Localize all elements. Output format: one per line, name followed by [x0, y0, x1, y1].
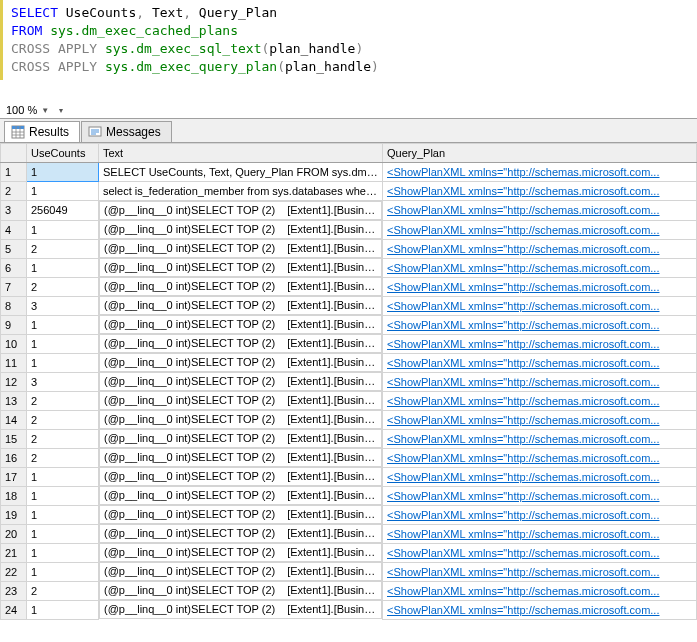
- showplan-link[interactable]: <ShowPlanXML xmlns="http://schemas.micro…: [387, 604, 660, 616]
- cell-usecounts[interactable]: 1: [27, 505, 99, 524]
- row-number[interactable]: 2: [1, 182, 27, 201]
- showplan-link[interactable]: <ShowPlanXML xmlns="http://schemas.micro…: [387, 471, 660, 483]
- table-row[interactable]: 91(@p__linq__0 int)SELECT TOP (2)[Extent…: [1, 315, 697, 334]
- zoom-value[interactable]: 100 %: [6, 104, 37, 116]
- table-row[interactable]: 171(@p__linq__0 int)SELECT TOP (2)[Exten…: [1, 467, 697, 486]
- tab-messages[interactable]: Messages: [81, 121, 172, 142]
- showplan-link[interactable]: <ShowPlanXML xmlns="http://schemas.micro…: [387, 566, 660, 578]
- corner-header[interactable]: [1, 144, 27, 163]
- showplan-link[interactable]: <ShowPlanXML xmlns="http://schemas.micro…: [387, 395, 660, 407]
- sql-line[interactable]: FROM sys.dm_exec_cached_plans: [11, 22, 697, 40]
- cell-text[interactable]: (@p__linq__0 int)SELECT TOP (2)[Extent1]…: [99, 505, 382, 524]
- cell-text[interactable]: (@p__linq__0 int)SELECT TOP (2)[Extent1]…: [99, 543, 382, 562]
- cell-usecounts[interactable]: 2: [27, 581, 99, 600]
- row-number[interactable]: 8: [1, 296, 27, 315]
- cell-usecounts[interactable]: 1: [27, 353, 99, 372]
- cell-usecounts[interactable]: 2: [27, 410, 99, 429]
- cell-queryplan[interactable]: <ShowPlanXML xmlns="http://schemas.micro…: [383, 391, 697, 410]
- cell-usecounts[interactable]: 1: [27, 182, 99, 201]
- cell-text[interactable]: (@p__linq__0 int)SELECT TOP (2)[Extent1]…: [99, 391, 382, 410]
- cell-usecounts[interactable]: 2: [27, 429, 99, 448]
- showplan-link[interactable]: <ShowPlanXML xmlns="http://schemas.micro…: [387, 300, 660, 312]
- cell-queryplan[interactable]: <ShowPlanXML xmlns="http://schemas.micro…: [383, 277, 697, 296]
- showplan-link[interactable]: <ShowPlanXML xmlns="http://schemas.micro…: [387, 319, 660, 331]
- row-number[interactable]: 10: [1, 334, 27, 353]
- table-row[interactable]: 21select is_federation_member from sys.d…: [1, 182, 697, 201]
- chevron-down-icon[interactable]: ▼: [41, 106, 49, 115]
- table-row[interactable]: 111(@p__linq__0 int)SELECT TOP (2)[Exten…: [1, 353, 697, 372]
- cell-queryplan[interactable]: <ShowPlanXML xmlns="http://schemas.micro…: [383, 562, 697, 581]
- col-header-usecounts[interactable]: UseCounts: [27, 144, 99, 163]
- table-row[interactable]: 191(@p__linq__0 int)SELECT TOP (2)[Exten…: [1, 505, 697, 524]
- cell-usecounts[interactable]: 3: [27, 296, 99, 315]
- cell-queryplan[interactable]: <ShowPlanXML xmlns="http://schemas.micro…: [383, 334, 697, 353]
- cell-text[interactable]: (@p__linq__0 int)SELECT TOP (2)[Extent1]…: [99, 220, 382, 239]
- cell-queryplan[interactable]: <ShowPlanXML xmlns="http://schemas.micro…: [383, 239, 697, 258]
- showplan-link[interactable]: <ShowPlanXML xmlns="http://schemas.micro…: [387, 338, 660, 350]
- sql-line[interactable]: CROSS APPLY sys.dm_exec_query_plan(plan_…: [11, 58, 697, 76]
- cell-usecounts[interactable]: 3: [27, 372, 99, 391]
- cell-usecounts[interactable]: 1: [27, 486, 99, 505]
- cell-usecounts[interactable]: 2: [27, 239, 99, 258]
- cell-usecounts[interactable]: 256049: [27, 201, 99, 221]
- row-number[interactable]: 4: [1, 220, 27, 239]
- cell-queryplan[interactable]: <ShowPlanXML xmlns="http://schemas.micro…: [383, 182, 697, 201]
- cell-text[interactable]: (@p__linq__0 int)SELECT TOP (2)[Extent1]…: [99, 581, 382, 600]
- cell-usecounts[interactable]: 2: [27, 448, 99, 467]
- cell-queryplan[interactable]: <ShowPlanXML xmlns="http://schemas.micro…: [383, 448, 697, 467]
- table-row[interactable]: 132(@p__linq__0 int)SELECT TOP (2)[Exten…: [1, 391, 697, 410]
- cell-queryplan[interactable]: <ShowPlanXML xmlns="http://schemas.micro…: [383, 581, 697, 600]
- cell-usecounts[interactable]: 1: [27, 258, 99, 277]
- cell-text[interactable]: (@p__linq__0 int)SELECT TOP (2)[Extent1]…: [99, 429, 382, 448]
- cell-queryplan[interactable]: <ShowPlanXML xmlns="http://schemas.micro…: [383, 543, 697, 562]
- col-header-text[interactable]: Text: [99, 144, 383, 163]
- row-number[interactable]: 13: [1, 391, 27, 410]
- cell-queryplan[interactable]: <ShowPlanXML xmlns="http://schemas.micro…: [383, 429, 697, 448]
- cell-usecounts[interactable]: 1: [27, 562, 99, 581]
- row-number[interactable]: 18: [1, 486, 27, 505]
- table-row[interactable]: 83(@p__linq__0 int)SELECT TOP (2)[Extent…: [1, 296, 697, 315]
- row-number[interactable]: 17: [1, 467, 27, 486]
- row-number[interactable]: 1: [1, 163, 27, 182]
- cell-text[interactable]: SELECT UseCounts, Text, Query_Plan FROM …: [99, 163, 383, 182]
- cell-text[interactable]: (@p__linq__0 int)SELECT TOP (2)[Extent1]…: [99, 201, 382, 220]
- showplan-link[interactable]: <ShowPlanXML xmlns="http://schemas.micro…: [387, 281, 660, 293]
- row-number[interactable]: 6: [1, 258, 27, 277]
- cell-text[interactable]: (@p__linq__0 int)SELECT TOP (2)[Extent1]…: [99, 562, 382, 581]
- showplan-link[interactable]: <ShowPlanXML xmlns="http://schemas.micro…: [387, 528, 660, 540]
- table-row[interactable]: 241(@p__linq__0 int)SELECT TOP (2)[Exten…: [1, 600, 697, 619]
- row-number[interactable]: 22: [1, 562, 27, 581]
- cell-queryplan[interactable]: <ShowPlanXML xmlns="http://schemas.micro…: [383, 505, 697, 524]
- table-row[interactable]: 152(@p__linq__0 int)SELECT TOP (2)[Exten…: [1, 429, 697, 448]
- sql-editor[interactable]: SELECT UseCounts, Text, Query_PlanFROM s…: [0, 0, 697, 80]
- row-number[interactable]: 5: [1, 239, 27, 258]
- table-row[interactable]: 123(@p__linq__0 int)SELECT TOP (2)[Exten…: [1, 372, 697, 391]
- cell-usecounts[interactable]: 1: [27, 524, 99, 543]
- table-row[interactable]: 181(@p__linq__0 int)SELECT TOP (2)[Exten…: [1, 486, 697, 505]
- table-row[interactable]: 41(@p__linq__0 int)SELECT TOP (2)[Extent…: [1, 220, 697, 239]
- results-grid[interactable]: UseCounts Text Query_Plan 11SELECT UseCo…: [0, 143, 697, 620]
- row-number[interactable]: 9: [1, 315, 27, 334]
- cell-text[interactable]: (@p__linq__0 int)SELECT TOP (2)[Extent1]…: [99, 524, 382, 543]
- cell-queryplan[interactable]: <ShowPlanXML xmlns="http://schemas.micro…: [383, 372, 697, 391]
- cell-queryplan[interactable]: <ShowPlanXML xmlns="http://schemas.micro…: [383, 353, 697, 372]
- showplan-link[interactable]: <ShowPlanXML xmlns="http://schemas.micro…: [387, 547, 660, 559]
- cell-text[interactable]: (@p__linq__0 int)SELECT TOP (2)[Extent1]…: [99, 600, 382, 619]
- cell-queryplan[interactable]: <ShowPlanXML xmlns="http://schemas.micro…: [383, 315, 697, 334]
- cell-usecounts[interactable]: 2: [27, 391, 99, 410]
- cell-queryplan[interactable]: <ShowPlanXML xmlns="http://schemas.micro…: [383, 201, 697, 221]
- row-number[interactable]: 12: [1, 372, 27, 391]
- cell-queryplan[interactable]: <ShowPlanXML xmlns="http://schemas.micro…: [383, 296, 697, 315]
- cell-usecounts[interactable]: 1: [27, 543, 99, 562]
- row-number[interactable]: 21: [1, 543, 27, 562]
- cell-usecounts[interactable]: 1: [27, 600, 99, 619]
- showplan-link[interactable]: <ShowPlanXML xmlns="http://schemas.micro…: [387, 243, 660, 255]
- showplan-link[interactable]: <ShowPlanXML xmlns="http://schemas.micro…: [387, 224, 660, 236]
- cell-text[interactable]: (@p__linq__0 int)SELECT TOP (2)[Extent1]…: [99, 353, 382, 372]
- table-row[interactable]: 11SELECT UseCounts, Text, Query_Plan FRO…: [1, 163, 697, 182]
- showplan-link[interactable]: <ShowPlanXML xmlns="http://schemas.micro…: [387, 376, 660, 388]
- cell-text[interactable]: (@p__linq__0 int)SELECT TOP (2)[Extent1]…: [99, 296, 382, 315]
- cell-text[interactable]: (@p__linq__0 int)SELECT TOP (2)[Extent1]…: [99, 486, 382, 505]
- cell-text[interactable]: (@p__linq__0 int)SELECT TOP (2)[Extent1]…: [99, 239, 382, 258]
- table-row[interactable]: 72(@p__linq__0 int)SELECT TOP (2)[Extent…: [1, 277, 697, 296]
